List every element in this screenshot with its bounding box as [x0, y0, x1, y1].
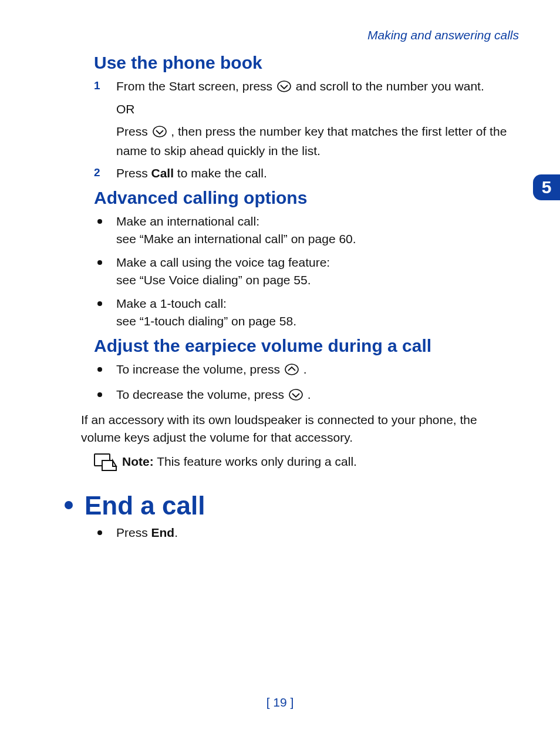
text: , then press the number key that matches…	[116, 125, 507, 157]
heading-adjust-volume: Adjust the earpiece volume during a call	[94, 336, 519, 356]
scroll-down-key-icon	[277, 79, 291, 97]
scroll-down-key-icon	[289, 388, 303, 405]
list-item: Make a 1-touch call: see “1-touch dialin…	[94, 295, 519, 330]
text: .	[303, 362, 307, 376]
text: Press	[116, 526, 151, 539]
bold-text: Call	[151, 166, 174, 180]
list-item: To decrease the volume, press .	[94, 386, 519, 405]
heading-advanced-calling: Advanced calling options	[94, 188, 519, 208]
scroll-down-key-icon	[153, 125, 167, 142]
step-number: 2	[94, 164, 116, 181]
end-call-list: Press End.	[94, 524, 519, 542]
text: see “Use Voice dialing” on page 55.	[116, 271, 519, 289]
note: Note: This feature works only during a c…	[94, 453, 519, 473]
list-item: To increase the volume, press .	[94, 361, 519, 380]
step-number: 1	[94, 78, 116, 94]
step-1: 1 From the Start screen, press and scrol…	[94, 78, 519, 160]
text: From the Start screen, press	[116, 79, 276, 93]
note-label: Note:	[122, 455, 154, 468]
or-text: OR	[116, 100, 519, 118]
step-2: 2 Press Call to make the call.	[94, 164, 519, 182]
text: To increase the volume, press	[116, 362, 284, 376]
text: .	[308, 388, 311, 401]
accessory-paragraph: If an accessory with its own loudspeaker…	[81, 411, 519, 446]
text: To decrease the volume, press	[116, 388, 288, 401]
list-item: Press End.	[94, 524, 519, 542]
list-item: Make a call using the voice tag feature:…	[94, 254, 519, 289]
text: see “1-touch dialing” on page 58.	[116, 312, 519, 330]
text: to make the call.	[174, 166, 267, 180]
heading-text: End a call	[85, 491, 205, 520]
text: Make a 1-touch call:	[116, 295, 519, 312]
phonebook-steps: 1 From the Start screen, press and scrol…	[94, 78, 519, 182]
heading-use-phone-book: Use the phone book	[94, 53, 519, 73]
note-text: This feature works only during a call.	[154, 455, 357, 468]
advanced-list: Make an international call: see “Make an…	[94, 213, 519, 330]
text: and scroll to the number you want.	[296, 79, 484, 93]
text: Make an international call:	[116, 213, 519, 230]
text: Make a call using the voice tag feature:	[116, 254, 519, 271]
list-item: Make an international call: see “Make an…	[94, 213, 519, 248]
volume-list: To increase the volume, press . To decre…	[94, 361, 519, 405]
text: .	[174, 526, 178, 539]
bold-text: End	[151, 526, 175, 539]
manual-page: Making and answering calls Use the phone…	[0, 0, 560, 733]
text: Press	[116, 125, 151, 138]
running-head: Making and answering calls	[94, 28, 519, 42]
chapter-tab: 5	[533, 174, 560, 200]
note-icon	[94, 453, 122, 473]
heading-bullet-icon	[65, 501, 73, 509]
text: see “Make an international call” on page…	[116, 230, 519, 248]
scroll-up-key-icon	[285, 362, 299, 380]
text: Press	[116, 166, 151, 180]
page-number: [ 19 ]	[0, 695, 560, 710]
heading-end-a-call: End a call	[65, 491, 519, 520]
